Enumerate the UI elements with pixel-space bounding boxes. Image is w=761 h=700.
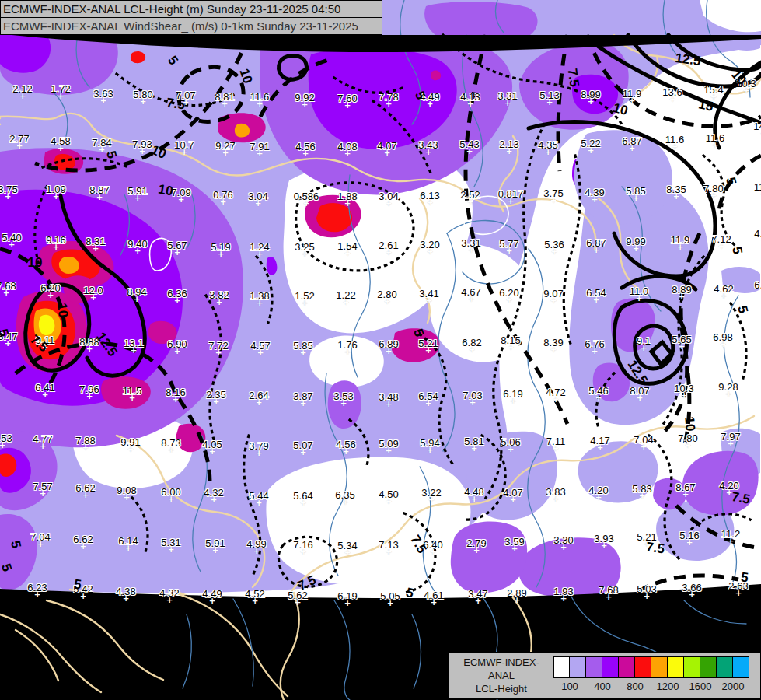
station-value: 6.62: [75, 482, 95, 494]
station-value: 1.72: [51, 83, 70, 95]
station-value: 9.99: [626, 236, 645, 247]
station-value: 3.53: [333, 390, 353, 402]
station-value: 2.79: [466, 537, 486, 549]
station-value: 5.91: [127, 185, 147, 197]
station-value: 1.52: [295, 290, 314, 302]
station-value: 13.6: [662, 86, 682, 98]
station-value: 4.62: [714, 283, 733, 295]
station-value: 7.03: [463, 390, 482, 401]
station-value: 4.17: [590, 435, 609, 446]
station-value: 6.14: [118, 535, 138, 547]
station-value: 6.53: [754, 279, 761, 291]
legend-tick: 1200: [657, 681, 679, 692]
station-value: 4.52: [245, 588, 264, 600]
station-value: 6.98: [713, 331, 732, 343]
station-value: 9.92: [295, 92, 314, 103]
station-value: 4.61: [424, 590, 443, 601]
station-value: 5.67: [167, 240, 187, 251]
contour-label: 7.5: [564, 68, 581, 88]
legend-swatch: [717, 656, 733, 678]
legend-swatch: [602, 656, 619, 678]
station-value: 5.13: [539, 89, 559, 101]
legend-unit: m: [452, 695, 551, 700]
station-value: 7.04: [30, 531, 50, 543]
station-value: 7.96: [79, 383, 99, 395]
station-value: 4.51: [754, 228, 761, 240]
contour-label: 10: [28, 255, 43, 271]
legend-title-block: ECMWF-INDEX-ANAL LCL-Height m: [452, 656, 551, 700]
station-value: 11.6: [706, 132, 724, 144]
station-value: 3.20: [420, 239, 439, 250]
station-value: 5.05: [380, 590, 400, 602]
station-value: 3.31: [461, 237, 480, 249]
contour-label: 7.5: [407, 533, 429, 556]
legend-swatch: [635, 656, 651, 678]
station-value: 4.07: [377, 140, 396, 152]
station-value: 11.9: [671, 234, 689, 246]
station-value: 7.80: [703, 183, 723, 194]
station-value: 4.77: [33, 433, 52, 445]
station-value: 6.19: [337, 590, 357, 602]
legend-swatch: [586, 656, 602, 678]
station-value: 5.40: [2, 232, 21, 243]
station-value: 5.09: [379, 438, 398, 450]
station-value: 7.12: [711, 233, 731, 245]
contour-label: 15: [697, 96, 715, 114]
station-value: 7.80: [678, 432, 697, 444]
station-value: 6.54: [586, 287, 606, 299]
legend-panel: ECMWF-INDEX-ANAL LCL-Height m 1004008001…: [448, 652, 761, 699]
station-value: 6.76: [585, 338, 604, 350]
station-value: 9.91: [120, 436, 140, 448]
station-value: 0.817: [498, 188, 524, 200]
contour-label: 5: [0, 562, 15, 573]
legend-tick-labels: 100400800120016002000: [553, 681, 756, 696]
station-value: 8.94: [127, 286, 146, 298]
legend-swatch: [570, 656, 586, 678]
station-value: 4.48: [464, 486, 483, 498]
station-value: 5.31: [161, 537, 180, 548]
station-value: 5.81: [464, 436, 483, 447]
station-value: 5.85: [626, 185, 645, 197]
contour-label: 12.5: [674, 51, 702, 69]
legend-swatch: [619, 656, 635, 678]
station-value: 7.68: [0, 280, 16, 292]
station-value: 9.27: [215, 140, 235, 152]
station-value: 2.52: [460, 189, 480, 201]
contour-label: 7.5: [645, 539, 665, 557]
station-value: 0.76: [213, 189, 232, 201]
title-bar-lcl: ECMWF-INDEX-ANAL LCL-Height (m) Sunday 2…: [0, 0, 382, 18]
station-value: 11.5: [123, 385, 141, 397]
contour-label: 7.5: [166, 95, 186, 113]
station-value: 7.09: [171, 187, 190, 198]
station-value: 3.87: [293, 390, 312, 402]
legend-swatch: [684, 656, 700, 678]
station-value: 9.07: [543, 288, 563, 299]
station-value: 4.13: [460, 91, 480, 103]
station-value: 7.93: [132, 138, 152, 150]
station-value: 6.20: [499, 287, 518, 299]
station-value: 3.63: [93, 88, 113, 100]
legend-tick: 1600: [689, 681, 712, 692]
station-value: 6.35: [335, 489, 354, 501]
legend-tick: 800: [627, 681, 644, 692]
station-value: 5.46: [588, 385, 608, 397]
contour-label: 5: [728, 246, 745, 256]
station-value: 3.66: [682, 582, 701, 593]
station-value: 2.12: [12, 83, 32, 95]
station-value: 3.25: [295, 241, 314, 253]
station-value: 6.89: [379, 338, 398, 350]
station-value: 1.76: [337, 339, 357, 351]
station-value: 3.41: [419, 288, 438, 299]
station-value: 8.15: [501, 334, 520, 346]
station-value: 12.0: [83, 285, 103, 296]
station-value: 8.16: [166, 387, 185, 398]
station-value: 5.91: [205, 537, 225, 549]
station-value: 1.88: [337, 191, 357, 202]
station-value: 4.32: [159, 587, 179, 599]
station-value: 4.39: [585, 187, 604, 198]
station-value: 4.67: [461, 286, 480, 298]
station-value: 13.1: [124, 338, 143, 349]
station-value: 3.75: [0, 184, 18, 195]
station-value: 11.2: [754, 181, 761, 193]
station-value: 4.32: [204, 487, 223, 499]
